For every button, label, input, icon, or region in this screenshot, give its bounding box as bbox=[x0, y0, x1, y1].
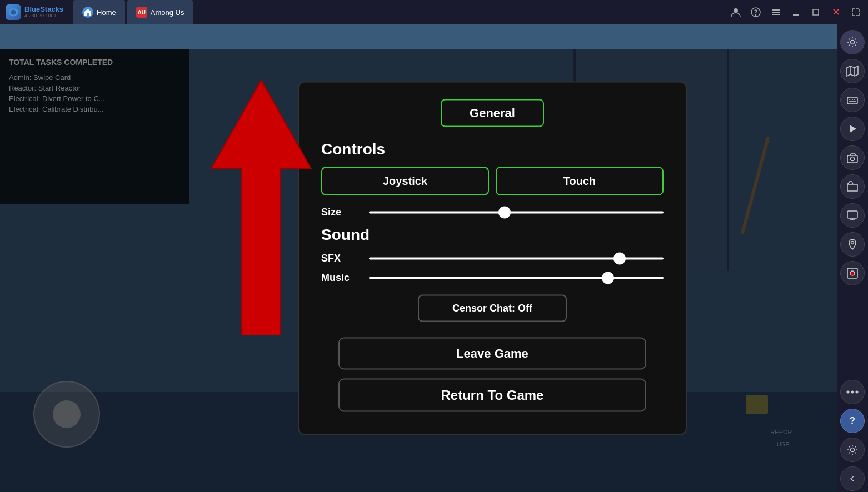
expand-icon[interactable] bbox=[849, 6, 862, 19]
menu-icon[interactable] bbox=[769, 6, 782, 19]
among-us-tab-icon: AU bbox=[136, 7, 147, 18]
home-tab-icon bbox=[82, 7, 93, 18]
size-slider-row: Size bbox=[321, 207, 664, 218]
svg-rect-12 bbox=[847, 97, 857, 104]
svg-marker-13 bbox=[850, 125, 856, 133]
size-slider-track[interactable] bbox=[369, 211, 664, 213]
sidebar-settings2-btn[interactable] bbox=[840, 438, 865, 462]
bluestacks-logo: BlueStacks 4.230.20.1001 bbox=[0, 4, 69, 20]
sidebar-map-btn[interactable] bbox=[840, 59, 865, 83]
settings-modal: General Controls Joystick Touch Size Sou… bbox=[298, 82, 687, 435]
svg-point-15 bbox=[851, 157, 855, 161]
modal-tab-row: General bbox=[321, 99, 664, 127]
music-slider-row: Music bbox=[321, 272, 664, 284]
svg-point-2 bbox=[734, 8, 738, 13]
bs-icon bbox=[6, 4, 21, 20]
svg-point-19 bbox=[850, 271, 855, 275]
sidebar-camera-btn[interactable] bbox=[840, 145, 865, 170]
game-background: TOTAL TASKS COMPLETED Admin: Swipe Card … bbox=[0, 24, 868, 492]
sidebar-back-btn[interactable] bbox=[840, 466, 865, 491]
sound-section: Sound SFX Music bbox=[321, 226, 664, 284]
svg-point-23 bbox=[851, 448, 855, 452]
minimize-icon[interactable] bbox=[789, 6, 802, 19]
sidebar-media-btn[interactable] bbox=[840, 117, 865, 141]
help-text: ? bbox=[850, 416, 855, 426]
sidebar-help-btn[interactable]: ? bbox=[840, 409, 865, 433]
controls-section-label: Controls bbox=[321, 140, 664, 158]
svg-point-4 bbox=[756, 15, 756, 16]
general-tab-button[interactable]: General bbox=[441, 99, 544, 127]
svg-rect-7 bbox=[772, 14, 780, 15]
tab-among-us[interactable]: AU Among Us bbox=[127, 0, 193, 24]
home-tab-label: Home bbox=[97, 8, 116, 17]
window-controls: ✕ bbox=[729, 6, 868, 19]
svg-point-21 bbox=[851, 391, 854, 394]
sidebar-keyboard-btn[interactable] bbox=[840, 88, 865, 112]
music-slider-track[interactable] bbox=[369, 277, 664, 279]
svg-point-11 bbox=[851, 41, 855, 44]
svg-rect-6 bbox=[772, 12, 780, 13]
sidebar-folder-btn[interactable] bbox=[840, 174, 865, 199]
svg-rect-9 bbox=[813, 9, 819, 15]
svg-point-17 bbox=[851, 242, 854, 244]
sidebar-location-btn[interactable] bbox=[840, 232, 865, 257]
sidebar-more-btn[interactable] bbox=[840, 380, 865, 404]
controls-buttons-row: Joystick Touch bbox=[321, 167, 664, 195]
touch-button[interactable]: Touch bbox=[496, 167, 664, 195]
help-icon[interactable] bbox=[749, 6, 762, 19]
app-version: 4.230.20.1001 bbox=[24, 13, 63, 19]
among-us-tab-label: Among Us bbox=[151, 8, 184, 17]
maximize-icon[interactable] bbox=[809, 6, 822, 19]
svg-point-20 bbox=[847, 391, 850, 394]
sound-section-label: Sound bbox=[321, 226, 664, 244]
svg-point-22 bbox=[856, 391, 859, 394]
tab-home[interactable]: Home bbox=[73, 0, 125, 24]
censor-chat-button[interactable]: Censor Chat: Off bbox=[418, 295, 567, 322]
music-label: Music bbox=[321, 272, 360, 284]
user-icon[interactable] bbox=[729, 6, 742, 19]
close-icon[interactable]: ✕ bbox=[829, 6, 842, 19]
app-name: BlueStacks bbox=[24, 6, 63, 13]
sfx-slider-row: SFX bbox=[321, 253, 664, 264]
sidebar-screen-btn[interactable] bbox=[840, 203, 865, 228]
titlebar: BlueStacks 4.230.20.1001 Home AU Among U… bbox=[0, 0, 868, 24]
size-label: Size bbox=[321, 207, 360, 218]
music-slider-thumb[interactable] bbox=[602, 272, 614, 284]
svg-rect-8 bbox=[793, 14, 799, 16]
joystick-button[interactable]: Joystick bbox=[321, 167, 489, 195]
return-to-game-button[interactable]: Return To Game bbox=[338, 379, 646, 412]
svg-rect-16 bbox=[847, 211, 857, 218]
right-sidebar: ? bbox=[837, 24, 868, 492]
sfx-slider-thumb[interactable] bbox=[613, 252, 626, 264]
svg-rect-5 bbox=[772, 9, 780, 11]
sidebar-record-btn[interactable] bbox=[840, 261, 865, 285]
sfx-slider-track[interactable] bbox=[369, 257, 664, 259]
leave-game-button[interactable]: Leave Game bbox=[338, 338, 646, 370]
sidebar-settings-btn[interactable] bbox=[840, 30, 865, 54]
sfx-label: SFX bbox=[321, 253, 360, 264]
size-slider-thumb[interactable] bbox=[498, 206, 511, 218]
